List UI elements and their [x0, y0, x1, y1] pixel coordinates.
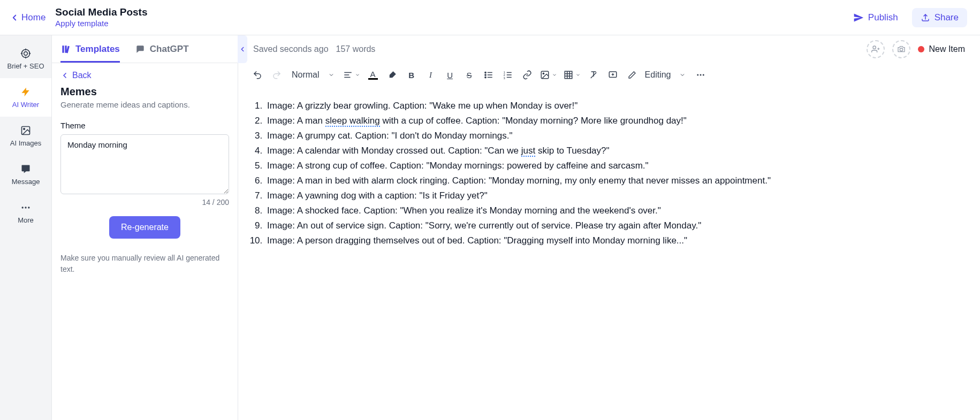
svg-point-20 — [484, 74, 485, 75]
italic-button[interactable]: I — [422, 66, 439, 83]
link-button[interactable] — [519, 66, 536, 83]
rail-item-label: More — [18, 216, 34, 224]
link-icon — [522, 70, 532, 80]
undo-icon — [253, 70, 262, 80]
status-chip[interactable]: New Item — [918, 44, 965, 54]
font-color-button[interactable]: A — [364, 66, 382, 83]
svg-point-32 — [543, 73, 544, 74]
comment-plus-icon — [608, 70, 618, 80]
tab-templates-label: Templates — [75, 44, 120, 55]
svg-point-2 — [24, 51, 28, 55]
more-tools-button[interactable] — [692, 66, 709, 83]
dots-icon — [20, 202, 31, 213]
svg-point-19 — [484, 72, 485, 73]
redo-button[interactable] — [268, 66, 285, 83]
saved-status: Saved seconds ago — [253, 44, 329, 54]
table-icon — [564, 70, 573, 80]
back-label: Back — [72, 71, 92, 80]
templates-panel: Templates ChatGPT Back Memes Generate me… — [52, 35, 238, 420]
bullet-list-icon — [484, 70, 493, 80]
home-link[interactable]: Home — [10, 12, 45, 23]
rail-item-message[interactable]: Message — [0, 155, 51, 194]
list-item: Image: A man sleep walking with a cup of… — [265, 113, 965, 128]
chevron-down-icon — [552, 72, 557, 78]
template-name: Memes — [60, 86, 229, 98]
chevron-down-icon — [575, 72, 581, 78]
ordered-list-button[interactable]: 123 — [499, 66, 516, 83]
list-item: Image: A grizzly bear growling. Caption:… — [265, 98, 965, 113]
svg-point-43 — [700, 74, 702, 76]
collapse-panel-button[interactable] — [238, 35, 247, 63]
editor-content[interactable]: Image: A grizzly bear growling. Caption:… — [238, 87, 980, 420]
font-color-icon: A — [370, 70, 376, 78]
app-header: Home Social Media Posts Apply template P… — [0, 0, 980, 35]
theme-input[interactable] — [60, 134, 229, 194]
svg-point-11 — [28, 207, 29, 208]
list-item: Image: A shocked face. Caption: "When yo… — [265, 203, 965, 218]
rail-item-label: AI Writer — [12, 101, 39, 109]
pencil-icon — [628, 71, 636, 79]
svg-point-44 — [703, 74, 704, 76]
camera-icon — [897, 45, 906, 54]
theme-char-count: 14 / 200 — [60, 198, 229, 207]
list-item: Image: A man in bed with alarm clock rin… — [265, 173, 965, 188]
svg-text:3: 3 — [503, 77, 505, 80]
send-icon — [853, 12, 864, 23]
highlighter-icon — [388, 70, 397, 80]
chevron-down-icon — [328, 72, 335, 78]
image-icon — [20, 125, 31, 136]
chat-icon — [135, 44, 146, 55]
rail-item-ai-images[interactable]: AI Images — [0, 117, 51, 155]
tab-chatgpt[interactable]: ChatGPT — [135, 35, 189, 63]
highlight-button[interactable] — [384, 66, 401, 83]
rail-item-ai-writer[interactable]: AI Writer — [0, 78, 51, 117]
status-label: New Item — [929, 44, 965, 54]
align-button[interactable] — [341, 66, 362, 83]
word-count: 157 words — [336, 44, 376, 54]
home-label: Home — [21, 12, 45, 23]
upload-icon — [921, 13, 930, 22]
publish-label: Publish — [868, 12, 898, 23]
chevron-left-icon — [239, 45, 246, 53]
svg-point-8 — [24, 128, 25, 129]
strike-icon: S — [467, 71, 472, 80]
insert-image-button[interactable] — [538, 66, 559, 83]
add-image-button[interactable] — [892, 40, 910, 58]
insert-table-button[interactable] — [561, 66, 583, 83]
status-dot-icon — [918, 46, 924, 52]
svg-point-1 — [22, 49, 30, 57]
tab-templates[interactable]: Templates — [60, 35, 120, 63]
regenerate-button[interactable]: Re-generate — [109, 216, 180, 239]
rail-item-label: Brief + SEO — [7, 62, 44, 70]
comment-button[interactable] — [604, 66, 621, 83]
svg-point-42 — [697, 74, 699, 76]
rail-item-more[interactable]: More — [0, 194, 51, 232]
underline-button[interactable]: U — [442, 66, 459, 83]
bullet-list-button[interactable] — [480, 66, 497, 83]
list-item: Image: A calendar with Monday crossed ou… — [265, 143, 965, 158]
bold-button[interactable]: B — [403, 66, 420, 83]
share-button[interactable]: Share — [912, 8, 967, 27]
chevron-down-icon — [679, 72, 686, 78]
editing-mode-select[interactable]: Editing — [624, 70, 690, 80]
undo-button[interactable] — [249, 66, 266, 83]
rail-item-label: Message — [12, 178, 40, 186]
svg-point-15 — [900, 48, 903, 51]
apply-template-link[interactable]: Apply template — [55, 19, 147, 28]
rail-item-label: AI Images — [10, 139, 42, 147]
svg-point-12 — [873, 46, 876, 49]
rail-item-brief-seo[interactable]: Brief + SEO — [0, 40, 51, 78]
add-collaborator-button[interactable] — [867, 40, 885, 58]
template-description: Generate meme ideas and captions. — [60, 100, 229, 109]
publish-button[interactable]: Publish — [848, 9, 903, 26]
books-icon — [60, 44, 71, 55]
paragraph-style-select[interactable]: Normal — [287, 70, 339, 80]
strikethrough-button[interactable]: S — [461, 66, 478, 83]
numbered-list-icon: 123 — [503, 70, 513, 80]
back-button[interactable]: Back — [60, 71, 229, 80]
paragraph-style-label: Normal — [292, 70, 320, 80]
clear-format-icon — [589, 70, 598, 80]
left-rail: Brief + SEO AI Writer AI Images Message … — [0, 35, 52, 420]
list-item: Image: A yawning dog with a caption: "Is… — [265, 188, 965, 203]
clear-format-button[interactable] — [585, 66, 602, 83]
